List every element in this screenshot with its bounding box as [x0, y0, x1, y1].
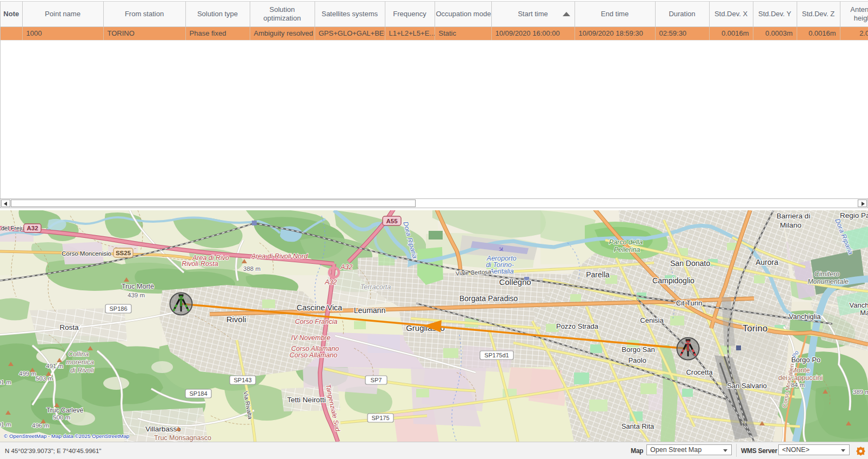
svg-text:A32: A32: [340, 263, 352, 271]
svg-text:di Rivoli: di Rivoli: [70, 367, 95, 374]
svg-text:SP175d1: SP175d1: [484, 352, 509, 358]
svg-text:Villarbasse: Villarbasse: [145, 425, 181, 433]
svg-text:Cimitero: Cimitero: [814, 270, 840, 278]
svg-text:Cenisia: Cenisia: [640, 316, 664, 324]
svg-text:500 m: 500 m: [53, 414, 70, 421]
svg-text:Area di Rivoli Nord: Area di Rivoli Nord: [251, 252, 308, 260]
svg-text:439 m: 439 m: [128, 292, 145, 298]
svg-text:© OpenStreetMap - Map data ©20: © OpenStreetMap - Map data ©2025 OpenStr…: [4, 433, 130, 439]
svg-text:SP7: SP7: [371, 377, 382, 383]
svg-text:SS25: SS25: [116, 250, 131, 256]
svg-text:Crocetta: Crocetta: [686, 368, 713, 376]
svg-text:Mad: Mad: [860, 309, 868, 317]
svg-text:388 m: 388 m: [243, 265, 261, 272]
svg-text:Aeritalia: Aeritalia: [489, 268, 513, 275]
svg-text:Borgata Paradiso: Borgata Paradiso: [459, 294, 518, 303]
svg-text:SP143: SP143: [233, 377, 251, 383]
svg-text:San Donato: San Donato: [670, 259, 710, 268]
svg-text:dei Cappuccini: dei Cappuccini: [778, 374, 823, 382]
svg-text:Barriera di: Barriera di: [777, 212, 810, 220]
svg-text:IV Novembre: IV Novembre: [291, 334, 331, 342]
svg-text:Corso Francia: Corso Francia: [295, 318, 338, 325]
svg-text:Borgo San: Borgo San: [622, 345, 655, 354]
svg-text:SP175: SP175: [371, 415, 389, 421]
svg-text:San Salvario: San Salvario: [727, 382, 767, 390]
svg-text:Rivoli: Rivoli: [226, 315, 246, 324]
svg-text:Pozzo Strada: Pozzo Strada: [556, 322, 599, 330]
svg-text:A32: A32: [26, 225, 38, 231]
svg-text:Milano: Milano: [780, 221, 802, 229]
svg-text:503 m: 503 m: [36, 375, 53, 382]
svg-text:Truc Mortè: Truc Mortè: [122, 283, 154, 290]
svg-text:Cit Turin: Cit Turin: [676, 299, 702, 307]
svg-text:389 m: 389 m: [853, 389, 868, 395]
svg-text:SP184: SP184: [189, 390, 207, 397]
svg-text:Pellerina: Pellerina: [614, 246, 640, 254]
svg-text:Parella: Parella: [586, 270, 610, 279]
svg-text:Truc Carlevé: Truc Carlevé: [46, 407, 84, 414]
svg-text:Corso Allamano: Corso Allamano: [290, 351, 338, 359]
svg-text:Aurora: Aurora: [756, 258, 778, 267]
svg-text:Paolo: Paolo: [628, 356, 646, 364]
svg-text:Parco della: Parco della: [609, 238, 643, 246]
svg-text:Terracorta: Terracorta: [360, 283, 391, 291]
svg-text:01 m: 01 m: [0, 379, 11, 385]
svg-text:Campidoglio: Campidoglio: [652, 276, 695, 285]
svg-text:491 m: 491 m: [46, 363, 63, 369]
svg-text:morenica: morenica: [66, 358, 94, 366]
svg-text:496 m: 496 m: [32, 422, 49, 429]
svg-text:Vanchiglia: Vanchiglia: [789, 312, 821, 321]
svg-text:Collina: Collina: [68, 350, 89, 358]
svg-text:Leumann: Leumann: [354, 306, 385, 315]
svg-text:Regio Par: Regio Par: [840, 211, 868, 219]
svg-text:Collegno: Collegno: [499, 277, 531, 287]
svg-text:Truc Monsagnasco: Truc Monsagnasco: [154, 434, 211, 442]
svg-text:Rivoli-Rosta: Rivoli-Rosta: [182, 260, 218, 268]
svg-text:A55: A55: [386, 218, 398, 224]
svg-text:Santa Rita: Santa Rita: [622, 422, 655, 430]
svg-text:Vanchigl: Vanchigl: [850, 301, 868, 309]
svg-text:Tetti Neirotti: Tetti Neirotti: [287, 396, 325, 404]
svg-text:Rosta: Rosta: [59, 323, 79, 331]
svg-text:Monumentale: Monumentale: [807, 278, 849, 285]
svg-text:A32: A32: [324, 278, 337, 286]
svg-text:Corso Moncenisio: Corso Moncenisio: [62, 250, 111, 257]
svg-text:Cascine Vica: Cascine Vica: [297, 303, 343, 312]
svg-text:Torino: Torino: [743, 323, 767, 334]
svg-text:01 m: 01 m: [0, 421, 11, 428]
svg-text:SP186: SP186: [109, 305, 127, 312]
